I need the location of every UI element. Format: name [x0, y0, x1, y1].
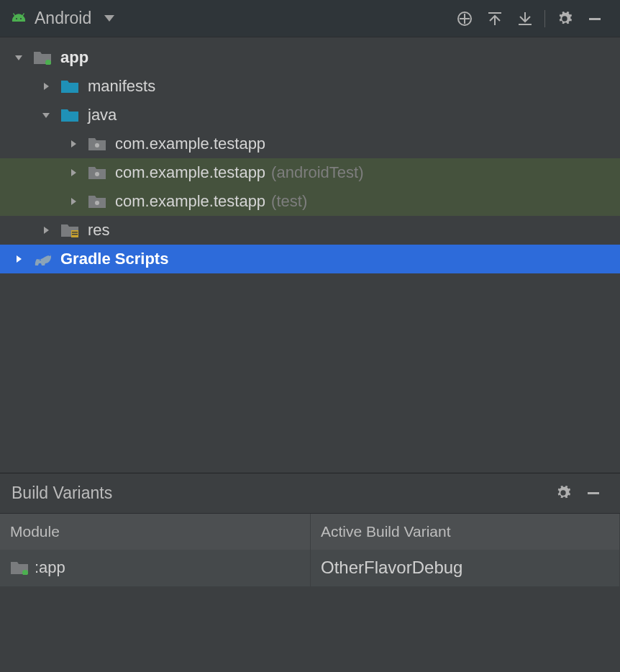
build-variants-table: Module Active Build Variant :app OtherFl… [0, 514, 620, 587]
tree-label: java [88, 106, 117, 124]
svg-rect-14 [72, 234, 78, 235]
svg-point-9 [95, 143, 99, 147]
minimize-button[interactable] [582, 6, 608, 32]
folder-icon [60, 78, 79, 94]
chevron-down-icon[interactable] [40, 109, 52, 121]
tree-node-package-test[interactable]: com.example.testapp (test) [0, 187, 620, 216]
svg-rect-5 [519, 24, 532, 25]
project-tree-empty-area [0, 273, 620, 473]
res-folder-icon [60, 222, 79, 238]
build-variants-empty-area [0, 587, 620, 673]
svg-rect-3 [488, 12, 501, 14]
tree-label: Gradle Scripts [60, 250, 168, 268]
folder-icon [60, 107, 79, 123]
project-tree: app manifests java com.example.testapp c… [0, 37, 620, 273]
svg-rect-7 [589, 18, 601, 20]
package-icon [88, 165, 106, 181]
expand-all-button[interactable] [512, 6, 538, 32]
gradle-icon [33, 251, 52, 267]
select-opened-file-button[interactable] [452, 6, 478, 32]
tree-node-gradle-scripts[interactable]: Gradle Scripts [0, 245, 620, 273]
svg-point-11 [95, 201, 99, 205]
build-variants-title: Build Variants [12, 483, 112, 503]
svg-rect-6 [524, 12, 526, 21]
chevron-right-icon[interactable] [13, 253, 24, 265]
svg-rect-4 [494, 17, 496, 25]
tree-label: com.example.testapp [115, 163, 265, 182]
tree-label: res [88, 221, 110, 240]
minimize-button[interactable] [580, 480, 606, 506]
package-icon [88, 194, 106, 209]
build-variants-panel: Build Variants Module Active Build Varia… [0, 473, 620, 673]
tree-label-suffix: (test) [271, 192, 307, 211]
module-folder-icon [33, 50, 52, 65]
module-folder-icon [10, 560, 29, 576]
tree-label: app [60, 48, 88, 67]
tree-node-package-androidtest[interactable]: com.example.testapp (androidTest) [0, 158, 620, 187]
table-row[interactable]: :app OtherFlavorDebug [0, 550, 620, 587]
module-name: :app [35, 558, 65, 577]
tree-label-suffix: (androidTest) [271, 163, 363, 182]
tree-node-manifests[interactable]: manifests [0, 72, 620, 101]
tree-node-package-main[interactable]: com.example.testapp [0, 130, 620, 158]
chevron-right-icon[interactable] [40, 81, 52, 92]
tree-node-app[interactable]: app [0, 43, 620, 72]
cell-variant[interactable]: OtherFlavorDebug [311, 550, 620, 586]
tree-label: manifests [88, 77, 155, 96]
tree-node-java[interactable]: java [0, 101, 620, 130]
svg-rect-13 [72, 232, 78, 233]
tree-label: com.example.testapp [115, 135, 265, 153]
tree-label: com.example.testapp [115, 192, 265, 211]
chevron-right-icon[interactable] [68, 167, 79, 178]
build-variants-header: Build Variants [0, 473, 620, 514]
svg-rect-15 [588, 492, 599, 494]
chevron-right-icon[interactable] [68, 196, 79, 207]
toolbar-divider [544, 10, 545, 27]
chevron-right-icon[interactable] [68, 138, 79, 150]
chevron-down-icon[interactable] [13, 52, 24, 63]
android-icon [10, 10, 27, 27]
column-variant[interactable]: Active Build Variant [311, 514, 620, 550]
dropdown-arrow-icon[interactable] [104, 15, 114, 22]
chevron-right-icon[interactable] [40, 224, 52, 236]
settings-button[interactable] [550, 480, 576, 506]
package-icon [88, 136, 106, 152]
settings-button[interactable] [552, 6, 578, 32]
project-view-selector[interactable]: Android [35, 9, 91, 28]
variant-name: OtherFlavorDebug [321, 558, 462, 578]
cell-module[interactable]: :app [0, 550, 311, 586]
table-header: Module Active Build Variant [0, 514, 620, 550]
column-module[interactable]: Module [0, 514, 311, 550]
collapse-all-button[interactable] [482, 6, 508, 32]
tree-node-res[interactable]: res [0, 216, 620, 245]
svg-point-10 [95, 172, 99, 176]
project-panel-header: Android [0, 0, 620, 37]
